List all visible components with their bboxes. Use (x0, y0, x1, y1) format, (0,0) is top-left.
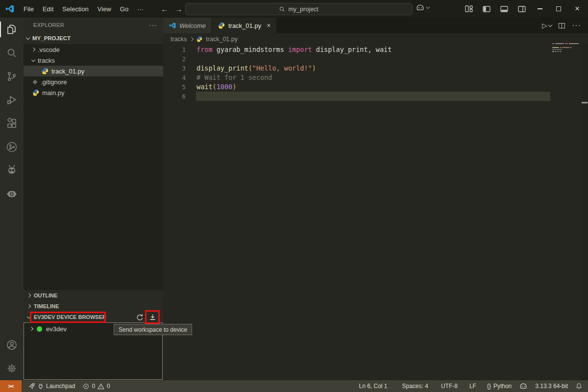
code-token: from (196, 46, 213, 53)
tab-track01-active[interactable]: track_01.py × (212, 18, 277, 33)
indentation-item[interactable]: Spaces: 4 (398, 380, 432, 392)
window-close-button[interactable]: × (570, 2, 584, 15)
launchpad-item[interactable]: Launchpad (24, 380, 79, 392)
code-token: wait (196, 83, 213, 91)
brackets-icon: {} (487, 383, 491, 390)
toggle-secondary-sidebar-icon[interactable] (515, 2, 528, 15)
breadcrumb-file[interactable]: track_01.py (206, 36, 238, 43)
minimap-segment (555, 51, 556, 52)
eol-item[interactable]: LF (466, 380, 480, 392)
errors-icon (83, 383, 89, 390)
python-version-item[interactable]: 3.13.3 64-bit (531, 380, 572, 392)
device-browser-section-header[interactable]: EV3DEV DEVICE BROWSER (24, 312, 163, 322)
toggle-panel-icon[interactable] (498, 2, 511, 15)
tree-item-track01-selected[interactable]: track_01.py (24, 66, 163, 76)
nav-forward-icon[interactable]: → (175, 5, 182, 13)
encoding-item[interactable]: UTF-8 (437, 380, 462, 392)
run-debug-icon[interactable] (0, 88, 24, 112)
minimap-segment (557, 51, 559, 52)
remote-explorer-icon[interactable] (0, 135, 24, 159)
timeline-label: TIMELINE (34, 303, 59, 309)
remote-indicator[interactable]: >< (0, 380, 22, 392)
tree-item-label: .vscode (38, 46, 60, 53)
copilot-icon (416, 4, 424, 11)
chevron-down-icon (27, 314, 31, 318)
code-line[interactable]: 4# Wait for 1 second (163, 73, 581, 82)
tree-item-mainpy[interactable]: main.py (24, 87, 163, 98)
ev3dev-robot-icon[interactable] (0, 159, 24, 182)
vscode-window: File Edit Selection View Go ··· ← → my_p… (0, 0, 588, 392)
code-token: display_print, wait (312, 46, 392, 53)
refresh-icon[interactable] (136, 314, 143, 321)
customize-layout-icon[interactable] (463, 2, 475, 15)
editor-more-actions-icon[interactable]: ··· (572, 21, 581, 30)
line-number: 6 (163, 92, 186, 101)
file-tree: .vscode tracks track_01.py .gitignore ma… (24, 44, 163, 290)
send-workspace-to-device-icon[interactable] (149, 314, 156, 321)
outline-label: OUTLINE (34, 293, 57, 298)
explorer-more-actions-icon[interactable]: ··· (149, 21, 157, 29)
code-token: ) (312, 64, 316, 72)
project-root-row[interactable]: MY_PROJECT (24, 32, 163, 44)
code-line[interactable]: 1from gyarab_mindstorms import display_p… (163, 45, 581, 54)
copilot-status-item[interactable] (515, 380, 531, 392)
nav-back-icon[interactable]: ← (161, 5, 168, 13)
python-file-icon (218, 22, 225, 29)
run-python-file-button[interactable]: ▷ (542, 22, 552, 29)
outline-section-header[interactable]: OUTLINE (24, 290, 163, 301)
menu-file[interactable]: File (19, 5, 38, 13)
tab-label: Welcome (179, 22, 206, 29)
minimap[interactable] (552, 43, 583, 55)
code-text: wait(1000) (186, 82, 236, 92)
command-center-search[interactable]: my_project (185, 3, 413, 15)
notifications-bell-icon[interactable] (572, 380, 588, 392)
minimap-segment (565, 43, 568, 44)
window-maximize-button[interactable] (552, 2, 565, 15)
tab-label: track_01.py (228, 22, 261, 29)
tab-bar: Welcome track_01.py × ▷ ··· (163, 18, 588, 33)
code-text (186, 92, 196, 101)
tree-item-vscode[interactable]: .vscode (24, 44, 163, 55)
extensions-icon[interactable] (0, 112, 24, 135)
search-icon[interactable] (0, 41, 24, 65)
menu-edit[interactable]: Edit (38, 5, 58, 13)
tab-close-icon[interactable]: × (267, 22, 270, 29)
code-token: ) (232, 83, 236, 91)
menu-go[interactable]: Go (116, 5, 133, 13)
explorer-icon[interactable] (0, 18, 24, 41)
code-lines[interactable]: 1from gyarab_mindstorms import display_p… (163, 45, 581, 101)
cursor-position-item[interactable]: Ln 6, Col 1 (355, 380, 391, 392)
breadcrumb-folder[interactable]: tracks (171, 36, 187, 43)
minimap-line (552, 53, 583, 54)
python-file-icon (32, 89, 39, 96)
line-number: 4 (163, 73, 186, 82)
tree-item-gitignore[interactable]: .gitignore (24, 76, 163, 87)
code-token: display_print (196, 64, 248, 72)
overview-ruler[interactable] (581, 44, 588, 380)
menu-selection[interactable]: Selection (58, 5, 93, 13)
code-text: from gyarab_mindstorms import display_pr… (186, 45, 392, 54)
problems-item[interactable]: 0 0 (79, 380, 114, 392)
code-line[interactable]: 6 (163, 92, 581, 101)
line-number: 5 (163, 82, 186, 92)
window-minimize-button[interactable] (533, 2, 547, 15)
code-line[interactable]: 5wait(1000) (163, 82, 581, 92)
account-icon[interactable] (0, 333, 24, 357)
settings-gear-icon[interactable] (0, 357, 24, 380)
code-line[interactable]: 3display_print("Hello, world!") (163, 64, 581, 73)
code-line[interactable]: 2 (163, 54, 581, 64)
menu-view[interactable]: View (93, 5, 116, 13)
tree-item-tracks[interactable]: tracks (24, 55, 163, 66)
source-control-icon[interactable] (0, 65, 24, 88)
chevron-down-icon (26, 35, 30, 39)
chevron-down-icon (548, 23, 552, 26)
language-mode-item[interactable]: {} Python (483, 380, 515, 392)
gitignore-file-icon (33, 79, 38, 84)
menu-more-icon[interactable]: ··· (133, 5, 148, 13)
timeline-section-header[interactable]: TIMELINE (24, 301, 163, 312)
split-editor-icon[interactable] (559, 23, 565, 28)
ev3-hub-icon[interactable] (0, 182, 24, 206)
copilot-menu[interactable] (416, 4, 429, 11)
toggle-primary-sidebar-icon[interactable] (480, 2, 493, 15)
tab-welcome[interactable]: Welcome (163, 18, 212, 33)
